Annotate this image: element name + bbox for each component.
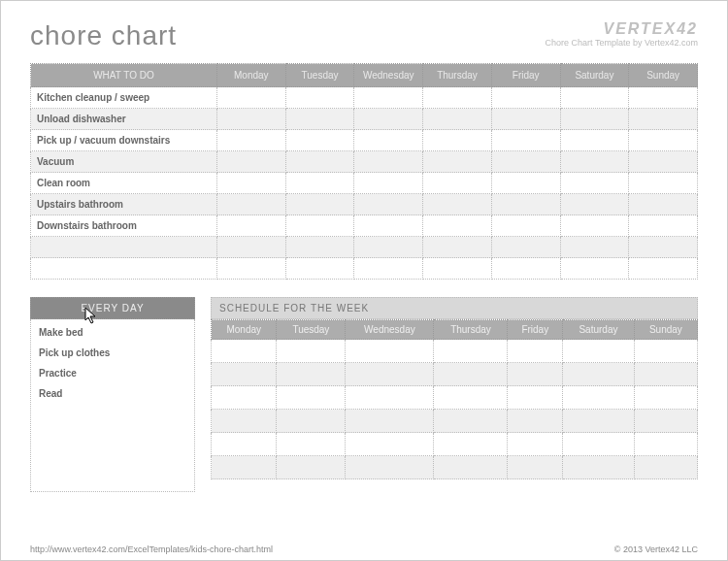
chore-cell[interactable] [423,173,492,194]
schedule-cell[interactable] [563,340,635,363]
chore-cell[interactable] [285,194,354,215]
schedule-cell[interactable] [434,410,508,433]
chore-cell[interactable] [491,194,560,215]
chore-cell[interactable] [216,87,285,109]
chore-cell[interactable] [560,109,629,130]
chore-cell[interactable] [560,258,629,280]
schedule-cell[interactable] [346,456,434,479]
chore-cell[interactable] [560,151,629,173]
chore-cell[interactable] [491,130,560,151]
chore-cell[interactable] [629,237,698,258]
chore-cell[interactable] [285,151,354,173]
schedule-cell[interactable] [563,386,635,410]
chore-cell[interactable] [216,130,285,151]
schedule-cell[interactable] [434,363,508,386]
schedule-cell[interactable] [508,433,563,456]
schedule-cell[interactable] [346,340,434,363]
schedule-cell[interactable] [212,386,277,410]
schedule-cell[interactable] [277,433,346,456]
chore-cell[interactable] [354,130,423,151]
schedule-cell[interactable] [634,456,697,479]
chore-cell[interactable] [354,194,423,215]
chore-cell[interactable] [216,258,285,280]
chore-cell[interactable] [423,215,492,237]
schedule-cell[interactable] [212,363,277,386]
chore-cell[interactable] [423,109,492,130]
schedule-cell[interactable] [508,363,563,386]
chore-cell[interactable] [285,87,354,109]
schedule-cell[interactable] [508,386,563,410]
chore-cell[interactable] [423,87,492,109]
schedule-cell[interactable] [277,363,346,386]
chore-cell[interactable] [216,237,285,258]
schedule-cell[interactable] [212,340,277,363]
chore-cell[interactable] [491,173,560,194]
chore-cell[interactable] [354,258,423,280]
chore-cell[interactable] [216,151,285,173]
chore-cell[interactable] [560,237,629,258]
schedule-cell[interactable] [634,340,697,363]
schedule-cell[interactable] [563,363,635,386]
schedule-cell[interactable] [212,410,277,433]
schedule-cell[interactable] [634,410,697,433]
chore-cell[interactable] [629,87,698,109]
chore-cell[interactable] [354,237,423,258]
chore-cell[interactable] [560,130,629,151]
chore-cell[interactable] [354,173,423,194]
chore-cell[interactable] [216,109,285,130]
chore-cell[interactable] [285,237,354,258]
schedule-cell[interactable] [346,386,434,410]
schedule-cell[interactable] [346,363,434,386]
chore-cell[interactable] [423,237,492,258]
schedule-cell[interactable] [563,410,635,433]
chore-cell[interactable] [491,215,560,237]
chore-cell[interactable] [423,258,492,280]
schedule-cell[interactable] [212,456,277,479]
chore-cell[interactable] [491,258,560,280]
schedule-cell[interactable] [434,340,508,363]
schedule-cell[interactable] [277,340,346,363]
chore-cell[interactable] [354,151,423,173]
chore-cell[interactable] [285,130,354,151]
schedule-cell[interactable] [563,456,635,479]
schedule-cell[interactable] [212,433,277,456]
chore-cell[interactable] [491,87,560,109]
chore-cell[interactable] [629,258,698,280]
chore-cell[interactable] [423,194,492,215]
chore-cell[interactable] [285,258,354,280]
chore-cell[interactable] [629,109,698,130]
chore-cell[interactable] [354,109,423,130]
chore-cell[interactable] [354,87,423,109]
chore-cell[interactable] [285,173,354,194]
chore-cell[interactable] [285,109,354,130]
schedule-cell[interactable] [434,456,508,479]
schedule-cell[interactable] [634,433,697,456]
chore-cell[interactable] [629,194,698,215]
schedule-cell[interactable] [346,433,434,456]
schedule-cell[interactable] [277,456,346,479]
chore-cell[interactable] [629,151,698,173]
chore-cell[interactable] [354,215,423,237]
chore-cell[interactable] [491,237,560,258]
chore-cell[interactable] [491,109,560,130]
schedule-cell[interactable] [508,410,563,433]
schedule-cell[interactable] [634,363,697,386]
schedule-cell[interactable] [434,433,508,456]
chore-cell[interactable] [285,215,354,237]
chore-cell[interactable] [216,215,285,237]
chore-cell[interactable] [423,151,492,173]
chore-cell[interactable] [216,194,285,215]
chore-cell[interactable] [423,130,492,151]
chore-cell[interactable] [491,151,560,173]
schedule-cell[interactable] [277,410,346,433]
schedule-cell[interactable] [346,410,434,433]
schedule-cell[interactable] [434,386,508,410]
chore-cell[interactable] [629,215,698,237]
schedule-cell[interactable] [563,433,635,456]
schedule-cell[interactable] [634,386,697,410]
chore-cell[interactable] [560,173,629,194]
chore-cell[interactable] [629,130,698,151]
chore-cell[interactable] [560,87,629,109]
schedule-cell[interactable] [277,386,346,410]
schedule-cell[interactable] [508,456,563,479]
